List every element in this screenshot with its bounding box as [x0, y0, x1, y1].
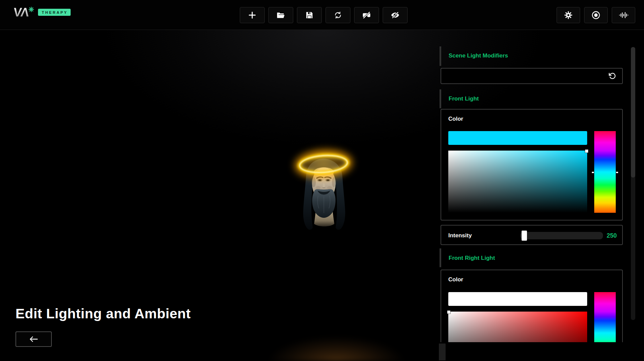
- page-title: Edit Lighting and Ambient: [15, 306, 191, 322]
- folder-open-icon: [276, 10, 286, 20]
- back-button[interactable]: [15, 331, 52, 347]
- front-light-color-picker: Color: [441, 109, 623, 220]
- intensity-label: Intensity: [448, 232, 472, 239]
- app-header: VΛ THERAPY: [0, 0, 644, 30]
- audio-levels-button[interactable]: [612, 7, 635, 23]
- halo-ring: [297, 152, 350, 177]
- halo-light: [297, 152, 350, 177]
- save-icon: [305, 11, 314, 19]
- selected-color-swatch[interactable]: [448, 292, 587, 306]
- vr-off-icon: [362, 10, 371, 20]
- saturation-handle[interactable]: [585, 150, 588, 153]
- intensity-slider[interactable]: [520, 232, 603, 239]
- logo-text: VΛ: [13, 6, 30, 18]
- plus-icon: [248, 10, 257, 20]
- color-label: Color: [448, 116, 463, 122]
- halo-ring-highlight: [298, 153, 348, 175]
- reset-values-label: Reset Values: [448, 73, 484, 79]
- hue-handle[interactable]: [592, 172, 618, 173]
- panel-title: Scene Light Modifiers: [449, 52, 508, 59]
- record-button[interactable]: [584, 7, 608, 23]
- main-toolbar: [240, 7, 408, 23]
- front-light-intensity-row: Intensity 250: [441, 225, 623, 245]
- back-arrow-icon: [28, 335, 39, 343]
- section-accent-bar: [440, 46, 441, 66]
- section-accent-bar: [440, 89, 441, 108]
- intensity-slider-handle[interactable]: [522, 231, 527, 241]
- panel-scrollbar[interactable]: [631, 47, 635, 320]
- selected-color-swatch[interactable]: [448, 131, 587, 145]
- logo-badge: THERAPY: [38, 9, 71, 16]
- floor-glow: [245, 329, 420, 361]
- sync-icon: [334, 11, 342, 19]
- avatar-head: [295, 158, 352, 230]
- gear-icon: [564, 11, 573, 19]
- section-accent-bar: [440, 248, 441, 267]
- undo-icon: [608, 72, 616, 80]
- waveform-icon: [618, 11, 629, 19]
- saturation-value-area[interactable]: [448, 312, 587, 342]
- hue-slider[interactable]: [594, 292, 616, 342]
- settings-button[interactable]: [557, 7, 580, 23]
- hue-slider[interactable]: [594, 131, 616, 213]
- reset-values-button[interactable]: Reset Values: [441, 68, 623, 84]
- intensity-value: 250: [607, 232, 617, 239]
- front-light-section-title: Front Light: [449, 95, 479, 102]
- hide-view-button[interactable]: [383, 7, 408, 23]
- eye-off-icon: [390, 10, 400, 20]
- front-right-light-color-picker: Color: [441, 270, 623, 342]
- secondary-toolbar: [557, 7, 635, 23]
- color-label: Color: [448, 276, 463, 283]
- light-settings-panel: Scene Light Modifiers Reset Values Front…: [440, 37, 624, 342]
- panel-scrollbar-thumb[interactable]: [631, 47, 635, 177]
- open-button[interactable]: [268, 7, 293, 23]
- record-icon: [591, 10, 601, 20]
- sync-button[interactable]: [326, 7, 350, 23]
- save-button[interactable]: [297, 7, 322, 23]
- saturation-handle[interactable]: [447, 311, 450, 314]
- halo-glow: [281, 138, 366, 190]
- front-right-light-section-title: Front Right Light: [449, 255, 495, 262]
- app-logo: VΛ THERAPY: [13, 6, 71, 18]
- clipped-panel-fragment: [439, 344, 446, 360]
- saturation-value-area[interactable]: [448, 151, 587, 213]
- new-button[interactable]: [240, 7, 265, 23]
- vr-disable-button[interactable]: [354, 7, 379, 23]
